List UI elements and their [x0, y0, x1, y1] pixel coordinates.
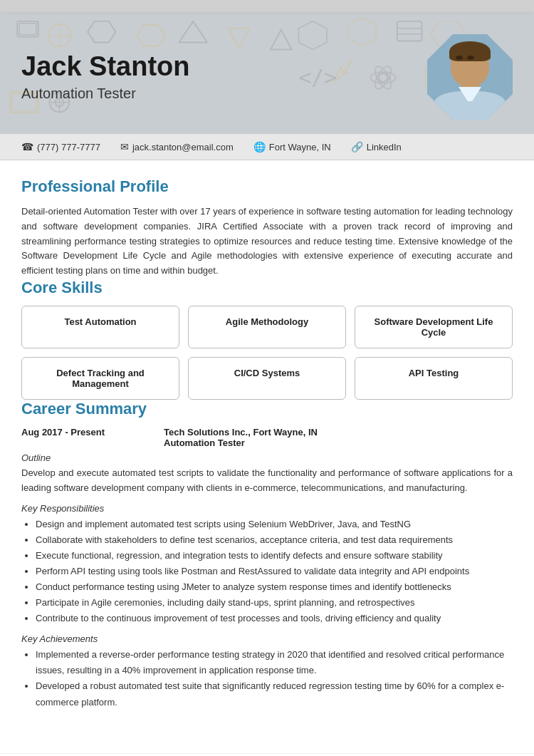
- career-section-title: Career Summary: [21, 400, 513, 418]
- svg-marker-30: [229, 29, 250, 48]
- email-icon: ✉: [120, 141, 129, 152]
- svg-marker-31: [271, 30, 292, 50]
- profile-section: Professional Profile Detail-oriented Aut…: [21, 177, 513, 279]
- profile-section-title: Professional Profile: [21, 177, 513, 196]
- job-responsibilities-label-0: Key Responsibilities: [21, 503, 513, 514]
- svg-marker-19: [334, 60, 352, 81]
- skill-item-0: Test Automation: [21, 306, 179, 348]
- job-entry-0: Aug 2017 - Present Tech Solutions Inc., …: [21, 427, 513, 710]
- career-section: Career Summary Aug 2017 - Present Tech S…: [21, 400, 513, 710]
- contact-location: 🌐 Fort Wayne, IN: [253, 141, 331, 152]
- job-company-role-0: Tech Solutions Inc., Fort Wayne, IN Auto…: [164, 427, 318, 448]
- job-header-0: Aug 2017 - Present Tech Solutions Inc., …: [21, 427, 513, 448]
- list-item: Implemented a reverse-order performance …: [36, 647, 513, 678]
- list-item: Collaborate with stakeholders to define …: [36, 532, 513, 548]
- svg-marker-6: [137, 25, 165, 46]
- profile-text: Detail-oriented Automation Tester with o…: [21, 204, 513, 279]
- list-item: Contribute to the continuous improvement…: [36, 611, 513, 626]
- list-item: Developed a robust automated test suite …: [36, 678, 513, 710]
- linkedin-icon: 🔗: [351, 141, 363, 152]
- skills-grid: Test Automation Agile Methodology Softwa…: [21, 306, 513, 400]
- contact-phone: ☎ (777) 777-7777: [21, 141, 100, 152]
- svg-point-20: [379, 73, 387, 82]
- list-item: Design and implement automated test scri…: [36, 517, 513, 532]
- skill-item-4: CI/CD Systems: [188, 357, 346, 400]
- svg-rect-15: [397, 21, 422, 41]
- job-achievements-list-0: Implemented a reverse-order performance …: [21, 647, 513, 710]
- list-item: Perform API testing using tools like Pos…: [36, 564, 513, 579]
- job-company-0: Tech Solutions Inc., Fort Wayne, IN: [164, 427, 318, 437]
- job-responsibilities-list-0: Design and implement automated test scri…: [21, 517, 513, 627]
- header: </> Jack Stanton Automation Tester: [0, 14, 534, 134]
- header-left: Jack Stanton Automation Tester: [21, 52, 190, 103]
- contact-linkedin[interactable]: 🔗 LinkedIn: [351, 141, 402, 152]
- candidate-title: Automation Tester: [21, 86, 190, 102]
- main-content: Professional Profile Detail-oriented Aut…: [0, 160, 534, 746]
- svg-point-22: [372, 64, 394, 92]
- list-item: Participate in Agile ceremonies, includi…: [36, 595, 513, 611]
- list-item: Execute functional, regression, and inte…: [36, 548, 513, 564]
- svg-marker-5: [88, 21, 116, 43]
- candidate-photo: [427, 34, 513, 120]
- job-outline-text-0: Develop and execute automated test scrip…: [21, 466, 513, 496]
- skill-item-2: Software Development Life Cycle: [355, 306, 513, 348]
- skill-item-5: API Testing: [355, 357, 513, 400]
- page-footer: Page 1: [0, 753, 534, 756]
- svg-point-2: [48, 24, 71, 47]
- resume-page: </> Jack Stanton Automation Tester: [0, 14, 534, 756]
- candidate-photo-wrapper: [427, 34, 513, 120]
- skill-item-3: Defect Tracking and Management: [21, 357, 179, 400]
- job-role-0: Automation Tester: [164, 437, 318, 448]
- svg-point-21: [370, 72, 396, 83]
- candidate-name: Jack Stanton: [21, 52, 190, 82]
- location-icon: 🌐: [253, 141, 266, 152]
- svg-text:</>: </>: [298, 65, 337, 90]
- svg-rect-1: [19, 24, 36, 35]
- svg-rect-0: [17, 21, 38, 37]
- contact-email: ✉ jack.stanton@email.com: [120, 141, 234, 152]
- job-dates-0: Aug 2017 - Present: [21, 427, 135, 448]
- svg-marker-13: [298, 21, 327, 50]
- skill-item-1: Agile Methodology: [188, 306, 346, 348]
- svg-marker-14: [348, 18, 377, 46]
- skills-section: Core Skills Test Automation Agile Method…: [21, 279, 513, 400]
- svg-point-23: [372, 64, 394, 92]
- job-achievements-label-0: Key Achievements: [21, 633, 513, 644]
- skills-section-title: Core Skills: [21, 279, 513, 297]
- job-outline-label-0: Outline: [21, 452, 513, 463]
- svg-marker-29: [179, 21, 207, 43]
- phone-icon: ☎: [21, 141, 33, 152]
- list-item: Conduct performance testing using JMeter…: [36, 579, 513, 595]
- contact-bar: ☎ (777) 777-7777 ✉ jack.stanton@email.co…: [0, 134, 534, 160]
